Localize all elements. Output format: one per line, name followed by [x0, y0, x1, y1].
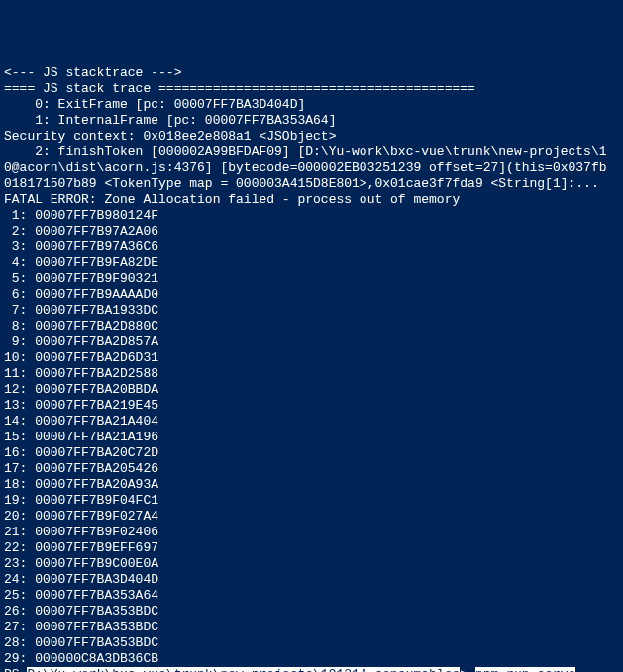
prompt-command: npm run serve — [475, 667, 575, 672]
terminal-line: 9: 00007FF7BA2D857A — [4, 335, 619, 350]
terminal-line: Security context: 0x018ee2e808a1 <JSObje… — [4, 129, 619, 144]
terminal-line: 29: 000000C8A3DB36CB — [4, 651, 619, 667]
terminal-line: 10: 00007FF7BA2D6D31 — [4, 350, 619, 366]
terminal-line: 4: 00007FF7B9FA82DE — [4, 255, 619, 271]
terminal-line: FATAL ERROR: Zone Allocation failed - pr… — [4, 192, 619, 208]
prompt-path: D:\Yu-work\bxc-vue\trunk\new-projects\19… — [27, 667, 460, 672]
terminal-line: 12: 00007FF7BA20BBDA — [4, 382, 619, 398]
terminal-line: 26: 00007FF7BA353BDC — [4, 604, 619, 620]
terminal-line: 19: 00007FF7B9F04FC1 — [4, 493, 619, 509]
terminal-line: 28: 00007FF7BA353BDC — [4, 635, 619, 651]
terminal-line: 018171507b89 <TokenType map = 000003A415… — [4, 176, 619, 192]
terminal-line: 18: 00007FF7BA20A93A — [4, 477, 619, 493]
terminal-line: 25: 00007FF7BA353A64 — [4, 588, 619, 604]
terminal-line: 15: 00007FF7BA21A196 — [4, 430, 619, 445]
terminal-line: 24: 00007FF7BA3D404D — [4, 572, 619, 588]
terminal-line: 13: 00007FF7BA219E45 — [4, 398, 619, 414]
terminal-line: 23: 00007FF7B9C00E0A — [4, 556, 619, 572]
terminal-line: 21: 00007FF7B9F02406 — [4, 525, 619, 540]
terminal-line: 27: 00007FF7BA353BDC — [4, 620, 619, 635]
terminal-line: 0@acorn\dist\acorn.js:4376] [bytecode=00… — [4, 160, 619, 176]
terminal-line: ==== JS stack trace ====================… — [4, 81, 619, 97]
terminal-line: 17: 00007FF7BA205426 — [4, 461, 619, 477]
terminal-line: 1: 00007FF7B980124F — [4, 208, 619, 224]
terminal-line: 3: 00007FF7B97A36C6 — [4, 240, 619, 255]
terminal-line: 14: 00007FF7BA21A404 — [4, 414, 619, 430]
terminal-line: 20: 00007FF7B9F027A4 — [4, 509, 619, 525]
terminal-line: 5: 00007FF7B9F90321 — [4, 271, 619, 287]
terminal-line: 6: 00007FF7B9AAAAD0 — [4, 287, 619, 303]
prompt-ps: PS — [4, 667, 27, 672]
terminal-line: <--- JS stacktrace ---> — [4, 65, 619, 81]
terminal-output: <--- JS stacktrace --->==== JS stack tra… — [4, 65, 619, 667]
terminal-line: 1: InternalFrame [pc: 00007FF7BA353A64] — [4, 113, 619, 129]
prompt-line[interactable]: PS D:\Yu-work\bxc-vue\trunk\new-projects… — [4, 667, 619, 672]
terminal-line: 11: 00007FF7BA2D2588 — [4, 366, 619, 382]
terminal-line: 2: finishToken [000002A99BFDAF09] [D:\Yu… — [4, 144, 619, 160]
terminal-line: 2: 00007FF7B97A2A06 — [4, 224, 619, 240]
terminal-line: 0: ExitFrame [pc: 00007FF7BA3D404D] — [4, 97, 619, 113]
terminal-line: 16: 00007FF7BA20C72D — [4, 445, 619, 461]
prompt-arrow: > — [460, 667, 475, 672]
terminal-line: 7: 00007FF7BA1933DC — [4, 303, 619, 319]
terminal-line: 22: 00007FF7B9EFF697 — [4, 540, 619, 556]
terminal-line: 8: 00007FF7BA2D880C — [4, 319, 619, 335]
